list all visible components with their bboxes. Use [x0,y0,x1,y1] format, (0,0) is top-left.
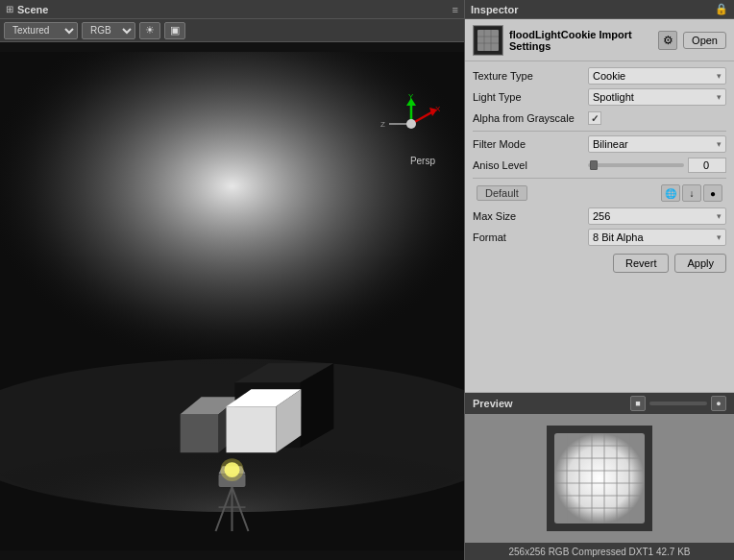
aniso-slider-track[interactable] [588,163,684,167]
globe-button[interactable]: 🌐 [661,184,680,202]
texture-type-dropdown[interactable]: Cookie ▾ [588,67,726,85]
filter-mode-label: Filter Mode [473,138,588,150]
aniso-level-value [588,158,726,173]
svg-rect-4 [181,414,219,452]
asset-title-area: floodLightCookie Import Settings [509,29,652,52]
action-buttons: Revert Apply [473,250,726,277]
light-type-dropdown[interactable]: Spotlight ▾ [588,88,726,106]
scene-viewport[interactable]: Y X Z Persp [0,42,464,560]
sun-btn[interactable]: ☀ [139,22,160,39]
preview-info: 256x256 RGB Compressed DXT1 42.7 KB [509,547,691,557]
svg-rect-10 [227,406,277,452]
preview-header: Preview ■ ● [465,393,734,414]
preview-canvas [547,426,652,531]
svg-rect-37 [554,433,645,523]
inspector-titlebar: Inspector 🔒 [465,0,734,19]
gizmo-container[interactable]: Y X Z [378,90,445,158]
platform-bar: Default 🌐 ↓ ● [473,183,726,204]
asset-thumbnail [475,27,502,54]
svg-text:X: X [435,105,441,113]
light-type-value: Spotlight ▾ [588,88,726,106]
checkbox-check: ✓ [591,113,599,124]
inspector-title: Inspector [471,4,711,15]
alpha-grayscale-checkbox[interactable]: ✓ [588,111,601,125]
svg-point-16 [221,458,244,481]
preview-controls: ■ ● [630,396,726,411]
aniso-slider-thumb[interactable] [590,160,598,170]
max-size-label: Max Size [473,210,588,222]
divider-1 [473,131,726,132]
scene-titlebar: ⊞ Scene ≡ [0,0,464,19]
apply-button[interactable]: Apply [674,254,726,273]
preview-color-btn[interactable]: ■ [630,396,646,411]
inspector-body: Texture Type Cookie ▾ Light Type Spotlig… [465,61,734,392]
light-type-row: Light Type Spotlight ▾ [473,88,726,106]
aniso-level-row: Aniso Level [473,157,726,174]
inspector-header: floodLightCookie Import Settings ⚙ Open [465,19,734,61]
scene-menu-icon: ≡ [453,4,458,15]
scene-panel: ⊞ Scene ≡ Textured Wireframe Shaded RGB … [0,0,465,560]
aniso-level-label: Aniso Level [473,159,588,171]
max-size-row: Max Size 256 ▾ [473,207,726,225]
download-button[interactable]: ↓ [682,184,701,202]
preview-footer: 256x256 RGB Compressed DXT1 42.7 KB [465,543,734,560]
svg-point-26 [406,119,416,129]
alpha-grayscale-row: Alpha from Grayscale ✓ [473,110,726,127]
asset-name: floodLightCookie Import Settings [509,29,652,52]
preview-slider[interactable] [649,402,707,405]
alpha-grayscale-value: ✓ [588,111,726,125]
texture-type-label: Texture Type [473,70,588,82]
svg-rect-31 [477,30,499,51]
texture-type-row: Texture Type Cookie ▾ [473,67,726,85]
scene-toolbar: Textured Wireframe Shaded RGB Alpha ☀ ▣ [0,19,464,42]
format-dropdown[interactable]: 8 Bit Alpha ▾ [588,229,726,246]
filter-mode-row: Filter Mode Bilinear ▾ [473,135,726,153]
lock-icon[interactable]: 🔒 [715,3,728,15]
image-btn[interactable]: ▣ [164,22,185,39]
texture-type-arrow: ▾ [717,71,722,81]
asset-icon [473,25,503,56]
max-size-dropdown[interactable]: 256 ▾ [588,207,726,225]
format-arrow: ▾ [717,232,722,242]
platform-icons: 🌐 ↓ ● [661,184,722,202]
aniso-number-input[interactable] [688,158,726,173]
texture-type-value: Cookie ▾ [588,67,726,85]
max-size-arrow: ▾ [717,211,722,221]
svg-text:Y: Y [408,92,414,101]
light-type-label: Light Type [473,91,588,103]
preview-panel: Preview ■ ● [465,392,734,560]
format-value: 8 Bit Alpha ▾ [588,229,726,246]
persp-label: Persp [410,156,435,166]
platform-label: Default [477,185,527,201]
svg-text:Z: Z [380,120,385,129]
scene-title: Scene [17,4,449,15]
cookie-preview-svg [547,426,652,531]
inspector-panel: Inspector 🔒 floodLightCookie Import Sett… [465,0,734,560]
alpha-grayscale-label: Alpha from Grayscale [473,112,588,124]
scene-grid-icon: ⊞ [6,4,13,14]
preview-title: Preview [473,398,626,409]
format-row: Format 8 Bit Alpha ▾ [473,229,726,246]
divider-2 [473,178,726,179]
preview-dot-btn[interactable]: ● [711,396,726,411]
open-button[interactable]: Open [683,32,726,49]
gear-button[interactable]: ⚙ [658,31,677,50]
color-mode-dropdown[interactable]: RGB Alpha [82,22,135,39]
preview-body [465,414,734,543]
format-label: Format [473,231,588,243]
filter-mode-dropdown[interactable]: Bilinear ▾ [588,135,726,153]
filter-mode-arrow: ▾ [717,139,722,149]
gizmo-svg: Y X Z [378,90,445,158]
circle-button[interactable]: ● [703,184,722,202]
max-size-value: 256 ▾ [588,207,726,225]
revert-button[interactable]: Revert [613,254,669,273]
view-mode-dropdown[interactable]: Textured Wireframe Shaded [4,22,78,39]
light-type-arrow: ▾ [717,92,722,102]
filter-mode-value: Bilinear ▾ [588,135,726,153]
